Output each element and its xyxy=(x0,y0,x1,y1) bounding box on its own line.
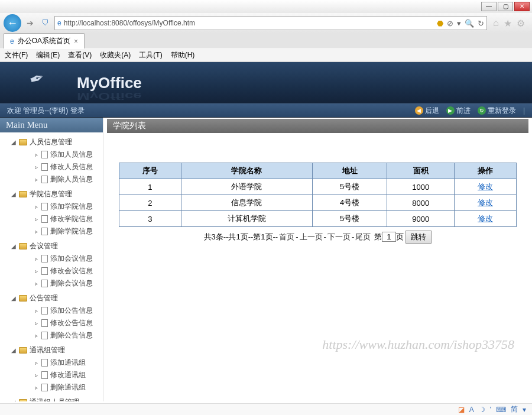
tab-close-icon[interactable]: × xyxy=(74,37,78,46)
divider: | xyxy=(523,106,525,115)
sidebar: Main Menu ◢人员信息管理▹添加人员信息▹修改人员信息▹删除人员信息◢学… xyxy=(0,118,103,401)
search-icon[interactable]: 🔍 xyxy=(465,19,474,28)
tree-item[interactable]: ▹删除人员信息 xyxy=(11,173,103,186)
refresh-icon[interactable]: ↻ xyxy=(478,19,484,28)
table-row: 3计算机学院5号楼9000修改 xyxy=(119,211,517,227)
window-minimize-button[interactable]: — xyxy=(481,2,497,11)
file-icon xyxy=(41,384,48,391)
gear-icon[interactable]: ⚙ xyxy=(517,18,525,29)
bullet-icon: ▹ xyxy=(33,372,39,378)
tree-group-label: 人员信息管理 xyxy=(30,137,72,147)
menu-help[interactable]: 帮助(H) xyxy=(171,50,195,60)
pager-goto-prefix: 第 xyxy=(374,232,382,241)
nav-forward-link[interactable]: ▶前进 xyxy=(446,106,471,116)
bullet-icon: ▹ xyxy=(33,151,39,158)
window-close-button[interactable]: ✕ xyxy=(514,2,530,11)
college-table: 序号学院名称地址面积操作 1外语学院5号楼1000修改2信息学院4号楼8000修… xyxy=(119,163,517,227)
tree-item[interactable]: ▹修改公告信息 xyxy=(11,317,103,329)
tree-item-label: 添加通讯组 xyxy=(50,358,86,368)
home-icon[interactable]: ⌂ xyxy=(493,18,499,29)
bullet-icon: ▹ xyxy=(33,307,39,314)
collapse-icon: ◢ xyxy=(11,191,17,197)
tree-item[interactable]: ▹添加通讯组 xyxy=(11,356,103,369)
tree-item-label: 删除人员信息 xyxy=(50,174,93,184)
nav-back-link[interactable]: ◀后退 xyxy=(415,106,439,116)
edit-link[interactable]: 修改 xyxy=(478,198,493,207)
pager-next[interactable]: 下一页 xyxy=(327,232,351,241)
tree-item[interactable]: ▹删除学院信息 xyxy=(11,225,103,238)
tree-item[interactable]: ▹添加会议信息 xyxy=(11,252,103,265)
app-header: ✒ MyOffice MyOffice xyxy=(0,62,532,103)
pager-first[interactable]: 首页 xyxy=(279,232,294,241)
nav-forward-button[interactable]: ➔ xyxy=(24,17,37,30)
menu-file[interactable]: 文件(F) xyxy=(5,50,28,60)
browser-menubar: 文件(F) 编辑(E) 查看(V) 收藏夹(A) 工具(T) 帮助(H) xyxy=(0,48,532,61)
tree-item[interactable]: ▹修改通讯组 xyxy=(11,369,103,381)
table-header: 学院名称 xyxy=(181,163,312,179)
table-header: 序号 xyxy=(119,163,181,179)
dropdown-icon[interactable]: ▾ xyxy=(457,19,461,28)
tree-item[interactable]: ▹添加人员信息 xyxy=(11,148,103,161)
table-cell: 2 xyxy=(119,195,181,211)
browser-tab[interactable]: e 办公OA系统首页 × xyxy=(4,33,85,48)
tree-group[interactable]: ◢通讯组管理 xyxy=(11,344,103,356)
tree-item[interactable]: ▹删除通讯组 xyxy=(11,381,103,394)
menu-tools[interactable]: 工具(T) xyxy=(139,50,162,60)
file-icon xyxy=(41,215,48,223)
tree-item[interactable]: ▹删除会议信息 xyxy=(11,277,103,290)
tree-item[interactable]: ▹修改学院信息 xyxy=(11,213,103,225)
tree-item[interactable]: ▹添加学院信息 xyxy=(11,200,103,213)
sidebar-tree: ◢人员信息管理▹添加人员信息▹修改人员信息▹删除人员信息◢学院信息管理▹添加学院… xyxy=(0,132,103,401)
tree-item-label: 修改学院信息 xyxy=(50,214,93,224)
tree-group[interactable]: ◢公告管理 xyxy=(11,292,103,304)
tree-group[interactable]: ◢学院信息管理 xyxy=(11,188,103,200)
file-icon xyxy=(41,280,48,287)
edit-link[interactable]: 修改 xyxy=(478,182,493,191)
pager-prev[interactable]: 上一页 xyxy=(300,232,323,241)
nav-back-button[interactable]: ← xyxy=(4,14,21,32)
bullet-icon: ▹ xyxy=(33,203,39,210)
tree-item[interactable]: ▹删除公告信息 xyxy=(11,329,103,342)
window-maximize-button[interactable]: ▢ xyxy=(498,2,513,11)
pager-last[interactable]: 尾页 xyxy=(355,232,371,241)
tree-item[interactable]: ▹修改人员信息 xyxy=(11,161,103,173)
file-icon xyxy=(41,267,48,275)
menu-edit[interactable]: 编辑(E) xyxy=(36,50,60,60)
star-icon[interactable]: ★ xyxy=(504,18,512,29)
file-icon xyxy=(41,332,48,339)
tree-item[interactable]: ▹修改会议信息 xyxy=(11,265,103,277)
bullet-icon: ▹ xyxy=(33,280,39,287)
table-cell: 5号楼 xyxy=(312,211,387,227)
table-cell: 信息学院 xyxy=(181,195,312,211)
welcome-text: 欢迎 管理员--(李明) 登录 xyxy=(7,106,85,116)
folder-icon xyxy=(19,191,27,197)
pager-goto-input[interactable] xyxy=(382,232,396,242)
tree-item[interactable]: ▹添加公告信息 xyxy=(11,304,103,317)
bullet-icon: ▹ xyxy=(33,176,39,183)
url-bar[interactable]: e ⬣ ⊘ ▾ 🔍 ↻ xyxy=(54,16,487,30)
tree-group[interactable]: ◢通讯组人员管理 xyxy=(11,396,103,401)
table-cell: 1 xyxy=(119,179,181,195)
tree-group[interactable]: ◢人员信息管理 xyxy=(11,136,103,148)
edit-link[interactable]: 修改 xyxy=(478,214,493,223)
tree-group[interactable]: ◢会议管理 xyxy=(11,240,103,252)
file-icon xyxy=(41,255,48,262)
window-titlebar: — ▢ ✕ xyxy=(0,0,532,13)
tree-item-label: 删除通讯组 xyxy=(50,382,86,393)
tree-item-label: 修改人员信息 xyxy=(50,162,93,172)
relogin-link[interactable]: ↻重新登录 xyxy=(478,106,516,116)
collapse-icon: ◢ xyxy=(11,295,17,301)
collapse-icon: ◢ xyxy=(11,243,17,249)
menu-favorites[interactable]: 收藏夹(A) xyxy=(100,50,131,60)
folder-icon xyxy=(19,139,27,145)
app-title: MyOffice xyxy=(77,74,142,92)
url-input[interactable] xyxy=(64,19,435,27)
bullet-icon: ▹ xyxy=(33,216,39,222)
bee-icon[interactable]: ⬣ xyxy=(437,19,443,28)
stop-icon[interactable]: ⊘ xyxy=(447,19,453,28)
pager-jump-button[interactable]: 跳转 xyxy=(406,231,432,244)
table-row: 1外语学院5号楼1000修改 xyxy=(119,179,517,195)
bird-logo-icon: ✒ xyxy=(27,66,47,90)
menu-view[interactable]: 查看(V) xyxy=(68,50,92,60)
file-icon xyxy=(41,163,48,171)
